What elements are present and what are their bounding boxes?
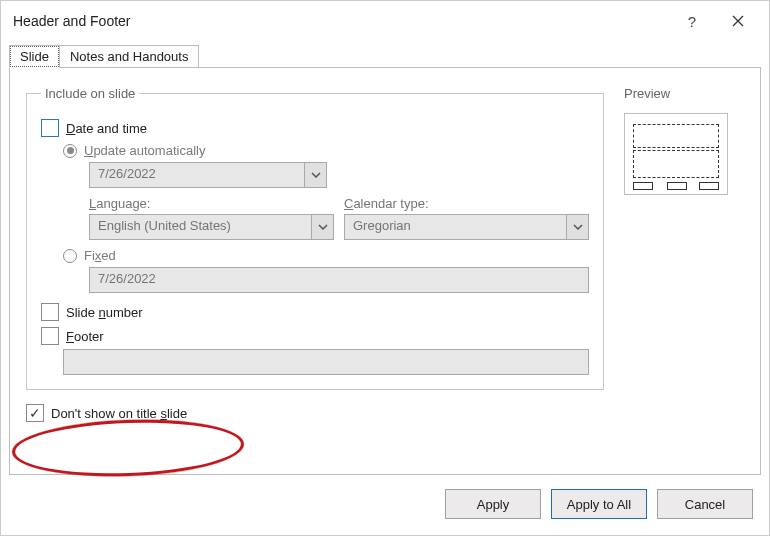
chevron-down-icon [566, 215, 588, 239]
date-time-checkbox[interactable]: ✓ [41, 119, 59, 137]
update-auto-row: Update automatically [41, 143, 589, 158]
language-label: Language: [89, 196, 334, 211]
include-on-slide-legend: Include on slide [41, 86, 139, 101]
titlebar: Header and Footer ? [1, 1, 769, 41]
close-button[interactable] [715, 6, 761, 36]
footer-input[interactable] [63, 349, 589, 375]
tab-slide[interactable]: Slide [9, 45, 60, 68]
tab-panel-slide: Include on slide ✓ Date and time Update … [9, 67, 761, 475]
preview-label: Preview [624, 86, 744, 101]
fixed-label: Fixed [84, 248, 116, 263]
slide-number-checkbox[interactable]: ✓ [41, 303, 59, 321]
date-time-row: ✓ Date and time [41, 119, 589, 137]
date-time-label[interactable]: Date and time [66, 121, 147, 136]
date-format-combo[interactable]: 7/26/2022 [89, 162, 327, 188]
cancel-button[interactable]: Cancel [657, 489, 753, 519]
calendar-type-combo[interactable]: Gregorian [344, 214, 589, 240]
fixed-radio[interactable] [63, 249, 77, 263]
calendar-type-label: Calendar type: [344, 196, 589, 211]
date-format-value: 7/26/2022 [90, 163, 304, 187]
language-value: English (United States) [90, 215, 311, 239]
annotation-ellipse [11, 416, 245, 480]
dialog-buttons: Apply Apply to All Cancel [1, 475, 769, 535]
slide-number-label[interactable]: Slide number [66, 305, 143, 320]
help-button[interactable]: ? [669, 6, 715, 36]
update-auto-radio[interactable] [63, 144, 77, 158]
apply-button[interactable]: Apply [445, 489, 541, 519]
preview-thumbnail [624, 113, 728, 195]
chevron-down-icon [304, 163, 326, 187]
update-auto-label: Update automatically [84, 143, 205, 158]
tab-strip: Slide Notes and Handouts [1, 41, 769, 68]
chevron-down-icon [311, 215, 333, 239]
dialog-title: Header and Footer [13, 13, 669, 29]
include-on-slide-group: Include on slide ✓ Date and time Update … [26, 86, 604, 390]
header-footer-dialog: Header and Footer ? Slide Notes and Hand… [0, 0, 770, 536]
dont-show-title-label[interactable]: Don't show on title slide [51, 406, 187, 421]
apply-to-all-button[interactable]: Apply to All [551, 489, 647, 519]
calendar-type-value: Gregorian [345, 215, 566, 239]
footer-label[interactable]: Footer [66, 329, 104, 344]
dont-show-title-checkbox[interactable]: ✓ [26, 404, 44, 422]
fixed-date-input[interactable]: 7/26/2022 [89, 267, 589, 293]
tab-notes-handouts[interactable]: Notes and Handouts [59, 45, 200, 68]
footer-checkbox[interactable]: ✓ [41, 327, 59, 345]
language-combo[interactable]: English (United States) [89, 214, 334, 240]
